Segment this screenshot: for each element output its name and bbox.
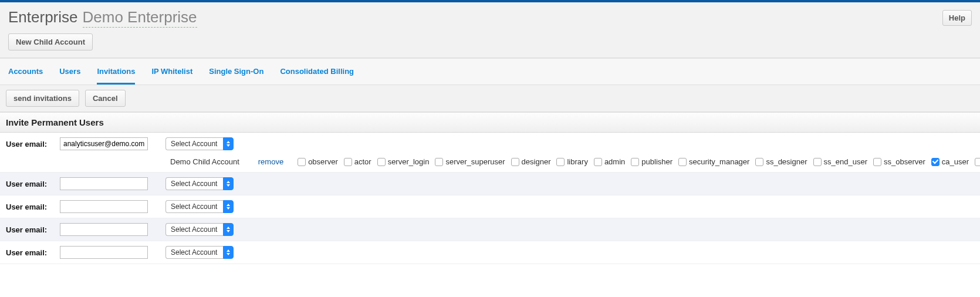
- new-child-account-button[interactable]: New Child Account: [8, 33, 93, 50]
- row-label: User email:: [6, 225, 54, 234]
- send-invitations-button[interactable]: send invitations: [6, 90, 79, 107]
- account-select[interactable]: Select Account: [165, 200, 234, 213]
- permission-label: server_login: [388, 157, 430, 166]
- select-arrows-icon: [223, 246, 234, 259]
- tab-consolidated-billing[interactable]: Consolidated Billing: [280, 59, 354, 85]
- permission-admin[interactable]: admin: [594, 157, 625, 166]
- select-arrows-icon: [223, 137, 234, 150]
- permission-designer[interactable]: designer: [511, 157, 551, 166]
- account-select[interactable]: Select Account: [165, 223, 234, 236]
- permission-ss_end_user[interactable]: ss_end_user: [813, 157, 867, 166]
- email-field[interactable]: [60, 200, 148, 213]
- invite-row: User email: Select Account: [0, 195, 980, 218]
- row-label: User email:: [6, 248, 54, 257]
- permission-label: ss_designer: [766, 157, 807, 166]
- permission-publisher[interactable]: publisher: [631, 157, 673, 166]
- actions-bar: send invitations Cancel: [0, 85, 980, 112]
- enterprise-name[interactable]: Demo Enterprise: [83, 8, 197, 28]
- checkbox-icon[interactable]: [813, 158, 822, 166]
- tabs: Accounts Users Invitations IP Whitelist …: [0, 58, 980, 85]
- account-select-value: Select Account: [165, 137, 223, 150]
- permission-ss_observer[interactable]: ss_observer: [873, 157, 925, 166]
- tab-accounts[interactable]: Accounts: [8, 59, 43, 85]
- permission-security_manager[interactable]: security_manager: [678, 157, 749, 166]
- permission-enterprise_manager[interactable]: enterprise_manager: [975, 157, 980, 166]
- invite-row: User email: Select Account: [0, 218, 980, 241]
- permission-actor[interactable]: actor: [344, 157, 371, 166]
- permission-label: actor: [354, 157, 371, 166]
- email-field[interactable]: [60, 223, 148, 236]
- remove-link[interactable]: remove: [258, 157, 283, 166]
- invite-row: User email: Select Account: [0, 241, 980, 264]
- permission-ca_user[interactable]: ca_user: [931, 157, 969, 166]
- account-select-value: Select Account: [165, 177, 223, 190]
- permission-server_superuser[interactable]: server_superuser: [435, 157, 505, 166]
- account-select-value: Select Account: [165, 200, 223, 213]
- checkbox-icon[interactable]: [594, 158, 602, 166]
- account-select[interactable]: Select Account: [165, 246, 234, 259]
- row-label: User email:: [6, 203, 54, 211]
- permission-label: ss_end_user: [824, 157, 867, 166]
- checkbox-icon[interactable]: [931, 158, 940, 166]
- email-field[interactable]: [60, 177, 148, 190]
- select-arrows-icon: [223, 223, 234, 236]
- account-select-value: Select Account: [165, 223, 223, 236]
- invite-row: User email: Select Account: [0, 173, 980, 195]
- checkbox-icon[interactable]: [511, 158, 519, 166]
- tab-users[interactable]: Users: [59, 59, 80, 85]
- tab-invitations[interactable]: Invitations: [97, 59, 135, 85]
- tab-ip-whitelist[interactable]: IP Whitelist: [151, 59, 192, 85]
- permission-ss_designer[interactable]: ss_designer: [755, 157, 807, 166]
- permission-label: ss_observer: [884, 157, 925, 166]
- permission-label: publisher: [641, 157, 673, 166]
- section-title: Invite Permanent Users: [0, 112, 980, 133]
- permission-library[interactable]: library: [556, 157, 587, 166]
- select-arrows-icon: [223, 200, 234, 213]
- checkbox-icon[interactable]: [755, 158, 763, 166]
- row-label: User email:: [6, 180, 54, 188]
- checkbox-icon[interactable]: [377, 158, 386, 166]
- permission-label: ca_user: [942, 157, 969, 166]
- header: Enterprise Demo Enterprise Help New Chil…: [0, 2, 980, 58]
- account-select[interactable]: Select Account: [165, 137, 234, 150]
- row-label: User email:: [6, 140, 54, 148]
- permissions-list: observeractorserver_loginserver_superuse…: [298, 157, 980, 166]
- invite-row: User email: Select Account Demo Child Ac…: [0, 133, 980, 173]
- checkbox-icon[interactable]: [678, 158, 687, 166]
- checkbox-icon[interactable]: [975, 158, 980, 166]
- permission-label: security_manager: [689, 157, 749, 166]
- select-arrows-icon: [223, 177, 234, 190]
- permission-label: observer: [308, 157, 338, 166]
- checkbox-icon[interactable]: [298, 158, 306, 166]
- page-title: Enterprise Demo Enterprise: [8, 8, 197, 28]
- email-field[interactable]: [60, 137, 148, 150]
- title-prefix: Enterprise: [8, 8, 78, 26]
- permission-label: designer: [522, 157, 551, 166]
- child-account-name: Demo Child Account: [170, 157, 239, 166]
- account-select[interactable]: Select Account: [165, 177, 234, 190]
- checkbox-icon[interactable]: [631, 158, 639, 166]
- account-select-value: Select Account: [165, 246, 223, 259]
- checkbox-icon[interactable]: [556, 158, 565, 166]
- cancel-button[interactable]: Cancel: [85, 90, 126, 107]
- permission-label: library: [567, 157, 587, 166]
- permission-label: admin: [604, 157, 625, 166]
- permission-observer[interactable]: observer: [298, 157, 338, 166]
- permissions-row: Demo Child Account remove observeractors…: [0, 155, 980, 172]
- help-button[interactable]: Help: [942, 10, 972, 26]
- checkbox-icon[interactable]: [873, 158, 881, 166]
- checkbox-icon[interactable]: [344, 158, 352, 166]
- email-field[interactable]: [60, 246, 148, 259]
- permission-server_login[interactable]: server_login: [377, 157, 430, 166]
- permission-label: server_superuser: [445, 157, 505, 166]
- checkbox-icon[interactable]: [435, 158, 443, 166]
- tab-single-sign-on[interactable]: Single Sign-On: [209, 59, 263, 85]
